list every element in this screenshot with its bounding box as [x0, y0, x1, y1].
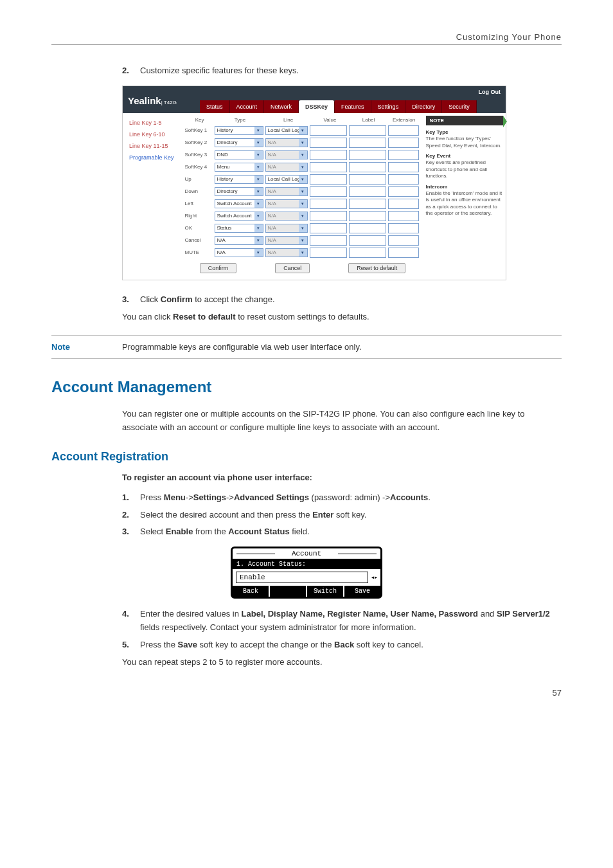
row-key: MUTE	[185, 249, 215, 255]
tab-dsskey[interactable]: DSSKey	[299, 100, 335, 113]
reset-button[interactable]: Reset to default	[348, 263, 405, 273]
extension-input[interactable]	[388, 223, 419, 233]
step-3: 3. Click Confirm to accept the change.	[122, 293, 562, 307]
sidebar-item[interactable]: Line Key 11-15	[123, 140, 182, 152]
extension-input[interactable]	[388, 125, 419, 136]
value-input[interactable]	[310, 248, 347, 258]
left-right-arrows-icon[interactable]: ◂▸	[371, 574, 377, 581]
chevron-down-icon: ▾	[299, 212, 307, 220]
type-select[interactable]: Menu▾	[215, 163, 263, 172]
cancel-button[interactable]: Cancel	[275, 263, 310, 273]
value-input[interactable]	[310, 223, 347, 233]
chevron-down-icon: ▾	[254, 151, 263, 159]
type-select[interactable]: Switch Account▾	[215, 212, 263, 221]
account-status-field[interactable]: Enable	[236, 572, 368, 583]
line-select[interactable]: Local Call Log▾	[265, 175, 308, 184]
note-callout: Note Programmable keys are configurable …	[51, 335, 562, 359]
type-select[interactable]: History▾	[215, 126, 263, 135]
row-key: SoftKey 4	[185, 164, 215, 170]
label-input[interactable]	[349, 248, 386, 258]
reg-step-4: 4. Enter the desired values in Label, Di…	[122, 608, 562, 635]
extension-input[interactable]	[388, 150, 419, 160]
type-select[interactable]: N/A▾	[215, 236, 263, 245]
sidebar-item[interactable]: Line Key 1-5	[123, 117, 182, 129]
softkey-save[interactable]: Save	[344, 586, 380, 597]
page-number: 57	[51, 688, 562, 698]
value-input[interactable]	[310, 150, 347, 160]
value-input[interactable]	[310, 199, 347, 209]
type-select[interactable]: DND▾	[215, 150, 263, 159]
type-select[interactable]: Status▾	[215, 224, 263, 233]
chevron-down-icon: ▾	[299, 139, 307, 147]
tab-account[interactable]: Account	[230, 100, 265, 113]
reg-step-2: 2. Select the desired account and then p…	[122, 509, 562, 522]
softkey-switch[interactable]: Switch	[307, 586, 344, 597]
table-row: OKStatus▾N/A▾	[185, 223, 421, 233]
step-text: Customize specific features for these ke…	[140, 64, 299, 78]
extension-input[interactable]	[388, 248, 419, 258]
extension-input[interactable]	[388, 138, 419, 148]
label-input[interactable]	[349, 186, 386, 197]
value-input[interactable]	[310, 174, 347, 185]
label-input[interactable]	[349, 211, 386, 221]
note-label: Note	[51, 342, 122, 352]
type-select[interactable]: Switch Account▾	[215, 199, 263, 208]
label-input[interactable]	[349, 125, 386, 136]
register-intro: To register an account via phone user in…	[122, 471, 562, 485]
sidebar-item[interactable]: Line Key 6-10	[123, 129, 182, 140]
line-select: N/A▾	[265, 236, 308, 245]
softkey-back[interactable]: Back	[233, 586, 270, 597]
extension-input[interactable]	[388, 199, 419, 209]
main-tabs: StatusAccountNetworkDSSKeyFeaturesSettin…	[123, 100, 506, 113]
extension-input[interactable]	[388, 186, 419, 197]
value-input[interactable]	[310, 162, 347, 172]
label-input[interactable]	[349, 235, 386, 246]
reg-step-5: 5. Press the Save soft key to accept the…	[122, 638, 562, 652]
tab-directory[interactable]: Directory	[405, 100, 442, 113]
line-select: N/A▾	[265, 163, 308, 172]
row-key: Down	[185, 188, 215, 194]
type-select[interactable]: History▾	[215, 175, 263, 184]
row-key: Left	[185, 201, 215, 206]
tab-network[interactable]: Network	[264, 100, 299, 113]
label-input[interactable]	[349, 162, 386, 172]
tab-settings[interactable]: Settings	[371, 100, 406, 113]
chevron-down-icon: ▾	[299, 188, 307, 195]
tab-security[interactable]: Security	[442, 100, 477, 113]
extension-input[interactable]	[388, 211, 419, 221]
label-input[interactable]	[349, 150, 386, 160]
value-input[interactable]	[310, 125, 347, 136]
extension-input[interactable]	[388, 174, 419, 185]
label-input[interactable]	[349, 138, 386, 148]
step-text: Click Confirm to accept the change.	[140, 293, 275, 307]
extension-input[interactable]	[388, 235, 419, 246]
side-nav: Line Key 1-5Line Key 6-10Line Key 11-15P…	[123, 113, 182, 280]
chevron-down-icon: ▾	[299, 151, 307, 159]
chevron-down-icon: ▾	[299, 176, 307, 183]
extension-input[interactable]	[388, 162, 419, 172]
row-key: Up	[185, 176, 215, 182]
chevron-down-icon: ▾	[254, 176, 263, 183]
tab-features[interactable]: Features	[335, 100, 371, 113]
type-select[interactable]: Directory▾	[215, 187, 263, 196]
value-input[interactable]	[310, 235, 347, 246]
value-input[interactable]	[310, 138, 347, 148]
sidebar-item[interactable]: Programable Key	[123, 152, 182, 163]
line-select[interactable]: Local Call Log▾	[265, 126, 308, 135]
row-key: SoftKey 1	[185, 127, 215, 133]
logout-link[interactable]: Log Out	[479, 89, 501, 95]
type-select[interactable]: Directory▾	[215, 138, 263, 147]
label-input[interactable]	[349, 174, 386, 185]
row-key: SoftKey 3	[185, 152, 215, 158]
label-input[interactable]	[349, 199, 386, 209]
type-select[interactable]: N/A▾	[215, 248, 263, 257]
softkey-empty[interactable]	[270, 586, 307, 597]
tab-status[interactable]: Status	[200, 100, 230, 113]
value-input[interactable]	[310, 186, 347, 197]
confirm-button[interactable]: Confirm	[200, 263, 237, 273]
table-row: SoftKey 3DND▾N/A▾	[185, 150, 421, 160]
value-input[interactable]	[310, 211, 347, 221]
chevron-down-icon: ▾	[254, 127, 263, 134]
label-input[interactable]	[349, 223, 386, 233]
line-select: N/A▾	[265, 212, 308, 221]
